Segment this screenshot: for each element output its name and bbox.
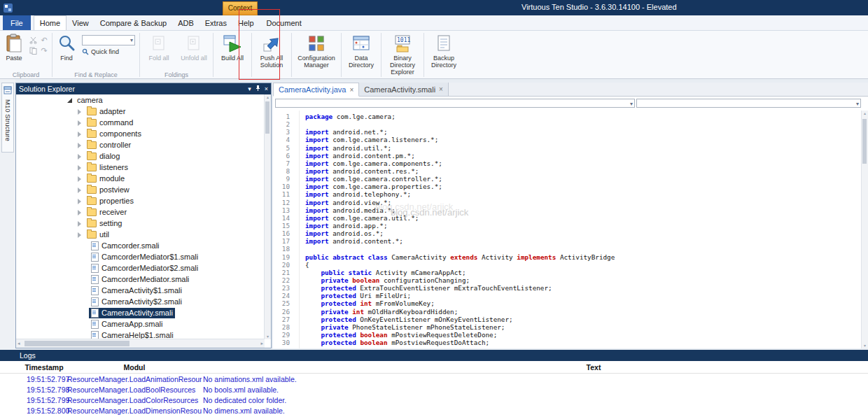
scroll-up-icon[interactable]: ▴ (862, 111, 868, 116)
log-column-header-text[interactable]: Text (202, 363, 868, 372)
expander-closed-icon[interactable] (76, 232, 83, 238)
tree-file-node[interactable]: CameraActivity$2.smali (16, 296, 265, 307)
tree-file-node[interactable]: CamcorderMediator$2.smali (16, 262, 265, 274)
member-navigation-dropdown[interactable]: ▾ (636, 99, 861, 108)
expander-closed-icon[interactable] (76, 142, 83, 148)
undo-icon[interactable]: ↶ (38, 35, 50, 45)
panel-menu-icon[interactable]: ▾ (248, 85, 251, 92)
scrollbar-thumb[interactable] (24, 341, 130, 346)
expander-closed-icon[interactable] (76, 108, 83, 115)
tree-folder-node[interactable]: setting (16, 218, 265, 229)
expander-closed-icon[interactable] (76, 198, 83, 204)
scrollbar-thumb[interactable] (265, 101, 270, 134)
scroll-right-icon[interactable]: ▸ (260, 339, 263, 348)
expander-closed-icon[interactable] (76, 176, 83, 182)
copy-icon[interactable] (27, 45, 38, 56)
folder-icon (87, 175, 97, 183)
type-navigation-dropdown[interactable]: ▾ (275, 99, 635, 108)
backup-directory-button[interactable]: Backup Directory (426, 31, 462, 71)
quick-find-button[interactable]: Quick find (82, 48, 135, 55)
log-row[interactable]: 19:51:52.799ResourceManager.LoadColorRes… (0, 395, 868, 405)
tree-folder-node[interactable]: util (16, 229, 265, 240)
tree-folder-node[interactable]: components (16, 128, 265, 139)
pin-icon[interactable] (255, 85, 260, 93)
log-row[interactable]: 19:51:52.797ResourceManager.LoadAnimatio… (0, 374, 868, 384)
menu-tab-compare-backup[interactable]: Compare & Backup (94, 15, 172, 30)
menu-tab-document[interactable]: Document (261, 15, 307, 30)
tree-file-node[interactable]: CamcorderMediator.smali (16, 274, 265, 285)
push-all-solution-button[interactable]: Push All Solution (253, 31, 290, 71)
log-row[interactable]: 19:51:52.798ResourceManager.LoadBoolReso… (0, 384, 868, 395)
expander-closed-icon[interactable] (76, 220, 83, 227)
data-directory-button[interactable]: Data Directory (343, 31, 379, 71)
tree-file-node[interactable]: CamcorderMediator$1.smali (16, 251, 265, 262)
tree-file-node[interactable]: CameraApp.smali (16, 318, 265, 330)
quick-find-input[interactable]: ▾ (82, 35, 135, 45)
tree-file-node[interactable]: Camcorder.smali (16, 240, 265, 251)
expander-closed-icon[interactable] (76, 209, 83, 215)
menu-tab-home[interactable]: Home (34, 15, 66, 30)
tree-folder-node[interactable]: listeners (16, 162, 265, 173)
tree-file-node[interactable]: CameraHelp$1.smali (16, 330, 265, 339)
solution-explorer-header[interactable]: Solution Explorer ▾ × (16, 83, 271, 94)
expander-closed-icon[interactable] (76, 187, 83, 193)
editor-tab-cameraactivity-java[interactable]: CameraActivity.java× (273, 83, 359, 97)
tab-close-icon[interactable]: × (439, 85, 443, 93)
chevron-down-icon[interactable]: ▾ (856, 99, 859, 108)
tree-file-node[interactable]: CameraActivity$1.smali (16, 285, 265, 296)
tree-folder-node[interactable]: postview (16, 184, 265, 195)
expander-closed-icon[interactable] (76, 120, 83, 126)
menu-tab-view[interactable]: View (66, 15, 94, 30)
scroll-down-icon[interactable]: ▾ (265, 334, 271, 339)
menu-tab-extras[interactable]: Extras (200, 15, 232, 30)
tree-node-inner: receiver (85, 207, 129, 218)
log-row[interactable]: 19:51:52.800ResourceManager.LoadDimensio… (0, 405, 868, 416)
scroll-left-icon[interactable]: ◂ (18, 339, 20, 348)
editor-tab-cameraactivity-smali[interactable]: CameraActivity.smali× (359, 83, 449, 96)
redo-icon[interactable]: ↷ (38, 45, 50, 56)
paste-button[interactable]: Paste (1, 31, 27, 71)
fold-all-button[interactable]: Fold all (141, 31, 176, 71)
clipboard-group-label: Clipboard (1, 71, 50, 79)
tree-folder-node[interactable]: controller (16, 139, 265, 150)
app-icon[interactable] (4, 3, 13, 12)
tree-folder-node[interactable]: adapter (16, 106, 265, 117)
code-editor[interactable]: 1package com.lge.camera;23import android… (273, 111, 857, 348)
file-icon (91, 286, 99, 295)
expander-open-icon[interactable] (66, 97, 73, 104)
solution-tree-vertical-scrollbar[interactable]: ▴ ▾ (264, 94, 271, 339)
tree-folder-node[interactable]: command (16, 117, 265, 128)
configuration-manager-button[interactable]: Configuration Manager (293, 31, 340, 71)
tree-folder-node[interactable]: properties (16, 195, 265, 206)
tree-file-node[interactable]: CameraActivity.smali (16, 307, 265, 318)
chevron-down-icon[interactable]: ▾ (130, 36, 133, 45)
binary-directory-explorer-button[interactable]: 1011 Binary Directory Explorer (383, 31, 422, 71)
tab-close-icon[interactable]: × (349, 86, 354, 94)
scroll-up-icon[interactable]: ▴ (265, 94, 271, 100)
log-column-header-modul[interactable]: Modul (67, 363, 202, 372)
menu-tab-file[interactable]: File (3, 15, 31, 30)
scroll-down-icon[interactable]: ▾ (862, 343, 868, 348)
menu-tab-help[interactable]: Help (232, 15, 260, 30)
close-icon[interactable]: × (265, 85, 268, 92)
log-column-header-timestamp[interactable]: Timestamp (21, 363, 67, 372)
code-line: 21 public static Activity mCameraAppAct; (273, 269, 857, 276)
tree-root-node[interactable]: camera (16, 94, 265, 106)
expander-closed-icon[interactable] (76, 164, 83, 171)
expander-closed-icon[interactable] (76, 131, 83, 137)
build-all-button[interactable]: Build All (215, 31, 250, 71)
expander-closed-icon[interactable] (76, 153, 83, 160)
logs-header[interactable]: Logs (0, 350, 868, 361)
cut-icon[interactable] (27, 35, 38, 45)
tree-folder-node[interactable]: dialog (16, 150, 265, 162)
find-button[interactable]: Find (54, 31, 79, 71)
chevron-down-icon[interactable]: ▾ (630, 99, 633, 108)
menu-tab-adb[interactable]: ADB (172, 15, 200, 30)
unfold-all-button[interactable]: Unfold all (176, 31, 211, 71)
m10-structure-tab[interactable]: M10 Structure (1, 83, 14, 153)
tree-folder-node[interactable]: module (16, 173, 265, 184)
tree-folder-node[interactable]: receiver (16, 206, 265, 218)
scrollbar-thumb[interactable] (862, 119, 867, 164)
solution-tree-horizontal-scrollbar[interactable]: ◂ ▸ (16, 339, 265, 348)
editor-vertical-scrollbar[interactable]: ▴ ▾ (861, 111, 868, 348)
